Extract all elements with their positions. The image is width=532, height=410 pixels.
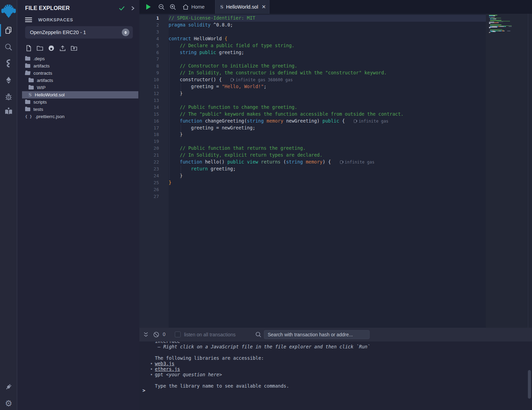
code-editor[interactable]: 1234567891011121314151617181920212223242… xyxy=(139,14,532,328)
code-line[interactable]: // Public function to change the greetin… xyxy=(169,104,486,111)
code-line[interactable]: } xyxy=(169,172,486,179)
line-number: 18 xyxy=(139,131,169,138)
terminal-output[interactable]: interface – Right click on a JavaScript … xyxy=(139,341,524,410)
workspaces-menu-icon[interactable] xyxy=(25,17,32,22)
tree-item-label: artifacts xyxy=(33,63,50,69)
code-line[interactable] xyxy=(169,56,486,63)
code-line[interactable]: constructor() {infinite gas 368600 gas xyxy=(169,76,486,83)
main-area: Home S HelloWorld.sol ✕ 1234567891011121… xyxy=(139,0,532,410)
code-line[interactable]: // SPDX-License-Identifier: MIT xyxy=(169,15,486,22)
upload-folder-icon[interactable] xyxy=(71,45,77,52)
solidity-file-icon: S xyxy=(29,92,32,97)
line-number: 20 xyxy=(139,145,169,152)
terminal-line xyxy=(155,349,524,355)
tree-item-helloworld-sol[interactable]: SHelloWorld.sol xyxy=(22,91,138,98)
workspace-switch-icon[interactable] xyxy=(122,29,129,36)
home-icon xyxy=(183,4,189,10)
code-line[interactable]: contract HelloWorld { xyxy=(169,35,486,42)
explorer-toolbar xyxy=(25,45,77,52)
code-line[interactable]: // In Solidity, the constructor is defin… xyxy=(169,70,486,76)
minimap[interactable] xyxy=(489,15,523,35)
rail-item-settings[interactable]: ⚙ xyxy=(0,397,17,410)
close-tab-icon[interactable]: ✕ xyxy=(262,4,266,10)
run-script-button[interactable] xyxy=(144,3,152,11)
line-number: 10 xyxy=(139,76,169,83)
rail-item-search[interactable] xyxy=(0,40,17,54)
tree-item-wip[interactable]: WIP xyxy=(18,84,139,91)
code-line[interactable] xyxy=(169,29,486,35)
terminal-line: •web3.js xyxy=(155,361,524,366)
terminal-line: – Right click on a JavaScript file in th… xyxy=(155,344,524,349)
remix-logo[interactable] xyxy=(1,2,17,19)
code-line[interactable]: // Public function that returns the gree… xyxy=(169,145,486,152)
file-explorer-panel: FILE EXPLORER WORKSPACES OpenZeppelin ER… xyxy=(18,0,139,410)
tree-item-scripts[interactable]: scripts xyxy=(18,98,139,106)
code-line[interactable]: // In Solidity, explicit return types ar… xyxy=(169,152,486,159)
code-line[interactable]: pragma solidity ^0.8.0; xyxy=(169,22,486,29)
terminal-prompt[interactable]: > xyxy=(142,388,145,393)
workspaces-label: WORKSPACES xyxy=(38,17,73,22)
terminal-line xyxy=(155,377,524,383)
terminal-toolbar: 0 listen on all transactions xyxy=(139,328,532,341)
collapse-terminal-icon[interactable] xyxy=(142,331,150,338)
rail-item-debugger[interactable] xyxy=(0,90,17,104)
code-line[interactable]: // The "public" keyword makes the functi… xyxy=(169,111,486,118)
terminal-scrollbar-thumb[interactable] xyxy=(528,370,531,399)
line-number: 14 xyxy=(139,104,169,111)
clone-git-repository-icon[interactable] xyxy=(48,45,55,52)
tree-item-label: artifacts xyxy=(37,78,53,83)
code-line[interactable]: } xyxy=(169,90,486,97)
code-line[interactable]: } xyxy=(169,179,486,186)
zoom-out-icon[interactable] xyxy=(157,3,166,11)
tab-helloworld-sol[interactable]: S HelloWorld.sol ✕ xyxy=(215,0,269,14)
new-folder-icon[interactable] xyxy=(36,45,43,52)
code-line[interactable]: // Constructor to initialize the greetin… xyxy=(169,63,486,70)
indent-guide xyxy=(181,83,181,97)
line-number: 12 xyxy=(139,90,169,97)
code-line[interactable] xyxy=(169,97,486,104)
code-line[interactable]: function hello() public view returns (st… xyxy=(169,159,486,166)
tree-item--prettierrc-json[interactable]: { }.prettierrc.json xyxy=(18,113,139,120)
code-line[interactable] xyxy=(169,193,486,200)
listen-transactions-checkbox[interactable] xyxy=(175,332,181,337)
rail-item-solidity-compiler[interactable] xyxy=(0,56,17,70)
tab-label: Home xyxy=(191,4,205,10)
code-line[interactable]: function changeGreeting(string memory ne… xyxy=(169,118,486,125)
line-number: 16 xyxy=(139,118,169,125)
tree-item-tests[interactable]: tests xyxy=(18,106,139,113)
code-line[interactable] xyxy=(169,138,486,145)
check-icon[interactable] xyxy=(119,6,125,11)
rail-item-file-explorer[interactable] xyxy=(0,23,17,37)
zoom-in-icon[interactable] xyxy=(169,3,177,11)
clear-console-icon[interactable] xyxy=(152,331,160,338)
terminal-link[interactable]: ethers.js xyxy=(155,366,180,372)
tab-label: HelloWorld.sol xyxy=(226,4,258,10)
terminal-link[interactable]: web3.js xyxy=(155,361,174,366)
rail-item-plugin-manager[interactable] xyxy=(0,380,17,394)
tree-item-artifacts[interactable]: artifacts xyxy=(18,62,139,70)
tree-item--deps[interactable]: .deps xyxy=(18,55,139,62)
upload-files-icon[interactable] xyxy=(59,45,66,52)
bullet-icon: • xyxy=(150,361,153,366)
transaction-search-input[interactable] xyxy=(264,330,370,339)
code-line[interactable]: // Declare a public field of type string… xyxy=(169,42,486,49)
code-line[interactable]: greeting = newGreeting; xyxy=(169,125,486,132)
code-line[interactable]: string public greeting; xyxy=(169,49,486,56)
code-line[interactable]: greeting = "Hello, World!"; xyxy=(169,83,486,90)
tree-item-contracts[interactable]: contracts xyxy=(18,70,139,77)
line-number: 7 xyxy=(139,56,169,63)
code-line[interactable]: return greeting; xyxy=(169,166,486,172)
workspace-select[interactable]: OpenZeppelin ERC20 - 1 xyxy=(25,26,133,39)
line-number-gutter: 1234567891011121314151617181920212223242… xyxy=(139,15,169,328)
rail-item-learneth[interactable] xyxy=(0,104,17,118)
line-number: 6 xyxy=(139,49,169,56)
line-number: 17 xyxy=(139,125,169,132)
rail-item-deploy-and-run[interactable] xyxy=(0,73,17,87)
new-file-icon[interactable] xyxy=(25,45,32,52)
code-line[interactable] xyxy=(169,186,486,193)
collapse-panel-chevron-icon[interactable] xyxy=(131,6,135,11)
tab-home[interactable]: Home xyxy=(178,0,210,14)
line-number: 23 xyxy=(139,166,169,172)
tree-item-artifacts[interactable]: artifacts xyxy=(18,77,139,84)
code-line[interactable]: } xyxy=(169,131,486,138)
